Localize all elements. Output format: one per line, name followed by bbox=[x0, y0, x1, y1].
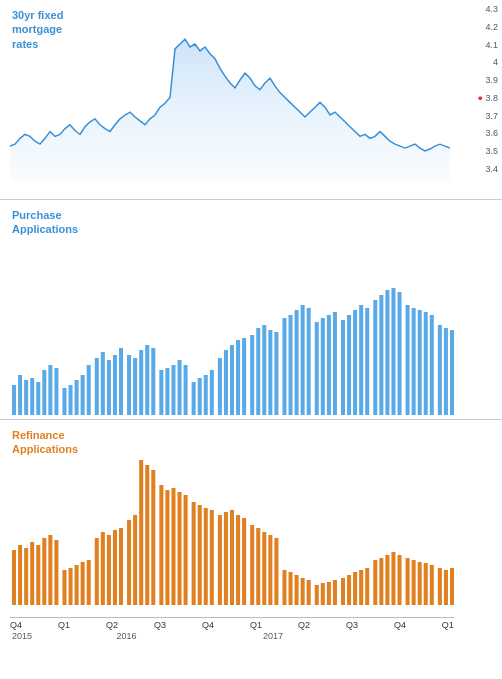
svg-rect-11 bbox=[81, 375, 85, 415]
svg-rect-65 bbox=[430, 315, 434, 415]
svg-rect-55 bbox=[365, 308, 369, 415]
svg-rect-105 bbox=[242, 518, 246, 605]
svg-rect-69 bbox=[12, 550, 16, 605]
svg-rect-128 bbox=[391, 552, 395, 605]
svg-rect-20 bbox=[139, 350, 143, 415]
svg-rect-60 bbox=[397, 292, 401, 415]
svg-rect-129 bbox=[397, 555, 401, 605]
svg-rect-14 bbox=[101, 352, 105, 415]
svg-rect-119 bbox=[333, 580, 337, 605]
svg-rect-81 bbox=[87, 560, 91, 605]
svg-rect-35 bbox=[236, 340, 240, 415]
svg-rect-57 bbox=[379, 295, 383, 415]
svg-rect-24 bbox=[165, 368, 169, 415]
svg-rect-126 bbox=[379, 558, 383, 605]
svg-rect-115 bbox=[307, 580, 311, 605]
svg-rect-132 bbox=[418, 562, 422, 605]
mortgage-chart bbox=[10, 10, 450, 185]
svg-rect-26 bbox=[178, 360, 182, 415]
svg-rect-122 bbox=[353, 572, 357, 605]
svg-rect-30 bbox=[204, 375, 208, 415]
svg-rect-23 bbox=[159, 370, 163, 415]
svg-rect-66 bbox=[438, 325, 442, 415]
svg-rect-125 bbox=[373, 560, 377, 605]
svg-rect-15 bbox=[107, 360, 111, 415]
svg-rect-73 bbox=[36, 545, 40, 605]
svg-rect-54 bbox=[359, 305, 363, 415]
svg-rect-93 bbox=[165, 490, 169, 605]
chart-container: 30yr fixed mortgage rates 4.3 4.2 4.1 4 … bbox=[0, 0, 502, 679]
svg-rect-51 bbox=[341, 320, 345, 415]
refinance-panel: Refinance Applications bbox=[0, 420, 502, 645]
mortgage-panel: 30yr fixed mortgage rates 4.3 4.2 4.1 4 … bbox=[0, 0, 502, 200]
svg-rect-83 bbox=[101, 532, 105, 605]
svg-rect-135 bbox=[438, 568, 442, 605]
svg-rect-109 bbox=[268, 535, 272, 605]
svg-rect-71 bbox=[24, 548, 28, 605]
svg-rect-2 bbox=[24, 380, 28, 415]
svg-rect-0 bbox=[12, 385, 16, 415]
svg-rect-88 bbox=[133, 515, 137, 605]
svg-rect-106 bbox=[250, 525, 254, 605]
svg-rect-79 bbox=[75, 565, 79, 605]
svg-rect-127 bbox=[385, 555, 389, 605]
svg-rect-130 bbox=[406, 558, 410, 605]
svg-rect-90 bbox=[145, 465, 149, 605]
svg-rect-19 bbox=[133, 358, 137, 415]
svg-rect-48 bbox=[321, 318, 325, 415]
svg-rect-77 bbox=[62, 570, 66, 605]
svg-rect-102 bbox=[224, 512, 228, 605]
svg-rect-124 bbox=[365, 568, 369, 605]
svg-rect-10 bbox=[75, 380, 79, 415]
svg-rect-72 bbox=[30, 542, 34, 605]
svg-rect-112 bbox=[289, 572, 293, 605]
svg-rect-21 bbox=[145, 345, 149, 415]
svg-rect-46 bbox=[307, 308, 311, 415]
svg-rect-114 bbox=[301, 578, 305, 605]
svg-rect-134 bbox=[430, 565, 434, 605]
svg-rect-118 bbox=[327, 582, 331, 605]
svg-rect-12 bbox=[87, 365, 91, 415]
svg-rect-16 bbox=[113, 355, 117, 415]
svg-rect-4 bbox=[36, 382, 40, 415]
svg-rect-110 bbox=[274, 538, 278, 605]
svg-rect-52 bbox=[347, 315, 351, 415]
svg-rect-80 bbox=[81, 562, 85, 605]
svg-rect-97 bbox=[192, 502, 196, 605]
svg-rect-98 bbox=[198, 505, 202, 605]
svg-rect-13 bbox=[95, 358, 99, 415]
svg-rect-120 bbox=[341, 578, 345, 605]
svg-rect-33 bbox=[224, 350, 228, 415]
svg-rect-36 bbox=[242, 338, 246, 415]
svg-rect-108 bbox=[262, 532, 266, 605]
svg-rect-39 bbox=[262, 325, 266, 415]
svg-rect-59 bbox=[391, 288, 395, 415]
svg-rect-28 bbox=[192, 382, 196, 415]
svg-rect-133 bbox=[424, 563, 428, 605]
svg-rect-50 bbox=[333, 312, 337, 415]
svg-rect-42 bbox=[282, 318, 286, 415]
svg-rect-121 bbox=[347, 575, 351, 605]
svg-rect-63 bbox=[418, 310, 422, 415]
svg-rect-89 bbox=[139, 460, 143, 605]
svg-rect-58 bbox=[385, 290, 389, 415]
refinance-chart bbox=[10, 430, 454, 605]
svg-rect-62 bbox=[412, 308, 416, 415]
svg-rect-32 bbox=[218, 358, 222, 415]
svg-rect-101 bbox=[218, 515, 222, 605]
svg-rect-94 bbox=[171, 488, 175, 605]
svg-rect-22 bbox=[151, 348, 155, 415]
svg-rect-53 bbox=[353, 310, 357, 415]
svg-rect-44 bbox=[295, 310, 299, 415]
svg-rect-5 bbox=[42, 370, 46, 415]
purchase-chart bbox=[10, 210, 454, 415]
svg-rect-91 bbox=[151, 470, 155, 605]
svg-rect-137 bbox=[450, 568, 454, 605]
svg-rect-45 bbox=[301, 305, 305, 415]
svg-rect-29 bbox=[198, 378, 202, 415]
svg-rect-37 bbox=[250, 335, 254, 415]
svg-rect-61 bbox=[406, 305, 410, 415]
svg-rect-41 bbox=[274, 332, 278, 415]
svg-rect-70 bbox=[18, 545, 22, 605]
svg-rect-67 bbox=[444, 328, 448, 415]
